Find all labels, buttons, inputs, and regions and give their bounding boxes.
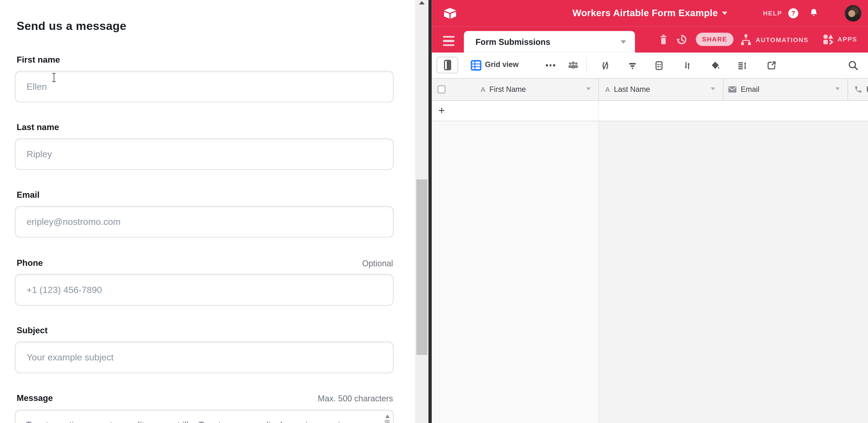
toolbar-divider <box>586 58 587 73</box>
page-scrollbar-thumb[interactable] <box>416 179 427 355</box>
chevron-down-icon[interactable] <box>835 87 840 90</box>
subject-input[interactable] <box>15 341 394 373</box>
chevron-down-icon <box>621 40 626 43</box>
more-dots-icon[interactable] <box>546 64 555 66</box>
scroll-up-arrow-icon[interactable] <box>419 1 425 4</box>
text-field-icon: A <box>605 86 610 93</box>
chevron-down-icon <box>722 12 727 15</box>
message-text: Tenetur optio quaerat expedita vero et i… <box>26 418 375 423</box>
group-icon[interactable] <box>654 60 664 71</box>
grid-empty-area-right <box>598 121 868 423</box>
filter-icon[interactable] <box>627 60 638 71</box>
column-divider <box>598 121 599 423</box>
first-name-label: First name <box>17 55 60 65</box>
share-button[interactable]: SHARE <box>696 33 734 46</box>
scroll-up-arrow-icon[interactable] <box>385 415 390 418</box>
tab-label: Form Submissions <box>476 37 550 47</box>
bell-icon[interactable] <box>808 8 819 19</box>
email-label: Email <box>17 190 39 200</box>
airtable-topbar: Workers Airtable Form Example HELP ? <box>432 0 868 27</box>
last-name-input[interactable] <box>15 138 394 170</box>
apps-button[interactable]: APPS <box>822 33 857 46</box>
tab-form-submissions[interactable]: Form Submissions <box>464 31 635 53</box>
sidebar-toggle-icon <box>444 60 451 70</box>
column-header-phone[interactable]: Phone <box>854 79 868 100</box>
question-circle-icon[interactable]: ? <box>788 8 798 18</box>
phone-optional-note: Optional <box>362 259 393 268</box>
screen: Send us a message First name Last name E… <box>0 0 868 423</box>
apps-icon <box>822 33 834 46</box>
collaborators-icon[interactable] <box>567 59 580 71</box>
message-maxchars-note: Max. 500 characters <box>318 394 393 403</box>
history-icon[interactable] <box>675 33 688 46</box>
automations-button[interactable]: AUTOMATIONS <box>740 33 809 46</box>
view-name[interactable]: Grid view <box>485 60 519 68</box>
grid-empty-area-left <box>432 121 598 423</box>
message-textarea[interactable]: Tenetur optio quaerat expedita vero et i… <box>15 410 394 423</box>
share-view-icon[interactable] <box>766 60 777 71</box>
grid-header-row: A First Name A Last Name Email <box>432 78 868 101</box>
avatar[interactable] <box>845 5 861 22</box>
contact-form-pane: Send us a message First name Last name E… <box>0 0 415 423</box>
chevron-down-icon[interactable] <box>711 87 715 90</box>
row-height-icon[interactable] <box>737 60 747 71</box>
color-icon[interactable] <box>710 60 721 71</box>
base-title-group[interactable]: Workers Airtable Form Example <box>432 0 868 27</box>
column-header-email[interactable]: Email <box>728 79 760 100</box>
chevron-down-icon[interactable] <box>586 87 591 90</box>
hamburger-icon[interactable] <box>443 36 455 46</box>
trash-icon[interactable] <box>657 33 669 46</box>
phone-icon <box>854 85 863 93</box>
form-title: Send us a message <box>17 19 126 33</box>
select-all-checkbox[interactable] <box>437 85 445 93</box>
textarea-scrollbar[interactable] <box>384 413 391 423</box>
email-input[interactable] <box>15 206 394 238</box>
scrollbar-thumb[interactable] <box>385 420 390 423</box>
page-scrollbar[interactable] <box>415 0 429 423</box>
airtable-tabbar: Form Submissions SHARE <box>432 27 868 53</box>
sidebar-toggle-button[interactable] <box>436 56 458 73</box>
first-name-input[interactable] <box>15 71 394 102</box>
column-header-first-name[interactable]: A First Name <box>480 79 526 100</box>
phone-label: Phone <box>17 258 43 268</box>
hide-fields-icon[interactable] <box>600 60 611 71</box>
envelope-icon <box>728 86 737 93</box>
airtable-window: Workers Airtable Form Example HELP ? For… <box>432 0 868 423</box>
message-label: Message <box>17 393 53 403</box>
column-header-last-name[interactable]: A Last Name <box>605 79 650 100</box>
subject-label: Subject <box>17 326 48 336</box>
window-divider <box>429 0 432 423</box>
grid-view-icon[interactable] <box>470 59 482 71</box>
help-button[interactable]: HELP <box>763 10 782 17</box>
phone-input[interactable] <box>15 274 394 306</box>
add-record-row[interactable]: + <box>432 101 868 121</box>
add-record-plus-icon[interactable]: + <box>438 104 445 117</box>
automations-icon <box>740 33 752 46</box>
base-title[interactable]: Workers Airtable Form Example <box>572 8 718 19</box>
text-field-icon: A <box>480 86 486 93</box>
sort-icon[interactable] <box>682 60 692 71</box>
view-toolbar: Grid view <box>432 53 868 78</box>
text-cursor-ibeam <box>51 72 57 82</box>
last-name-label: Last name <box>17 122 59 132</box>
search-icon[interactable] <box>847 60 859 71</box>
